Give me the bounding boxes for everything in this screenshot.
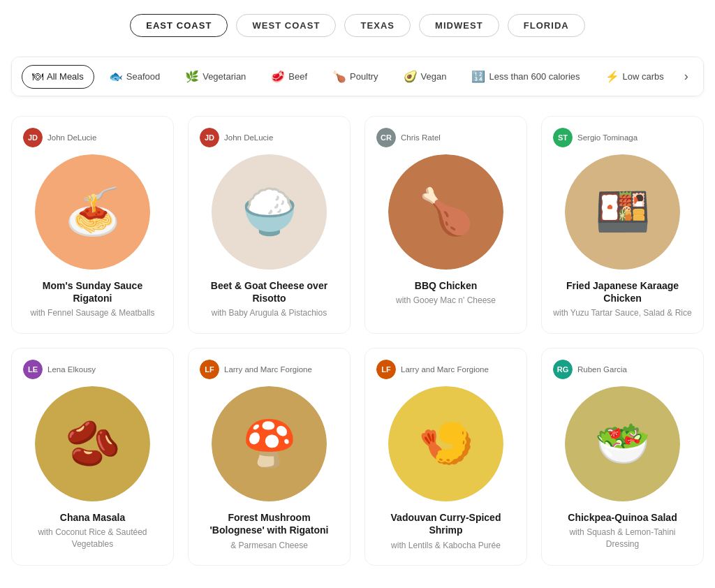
region-tab-florida[interactable]: FLORIDA: [508, 14, 585, 37]
meal-subtitle: with Fennel Sausage & Meatballs: [30, 307, 154, 319]
chef-name: Larry and Marc Forgione: [224, 365, 312, 374]
meal-card[interactable]: CRChris Ratel🍗BBQ Chickenwith Gooey Mac …: [364, 116, 527, 334]
chef-avatar-circle: LF: [376, 360, 396, 379]
meal-subtitle: with Gooey Mac n' Cheese: [396, 295, 496, 307]
meal-image: 🍱: [565, 154, 680, 270]
category-item-low-carbs[interactable]: ⚡Low carbs: [595, 64, 675, 89]
meal-card[interactable]: STSergio Tominaga🍱Fried Japanese Karaage…: [541, 116, 704, 334]
meal-title: Fried Japanese Karaage Chicken: [553, 279, 692, 304]
chef-avatar: CR: [376, 128, 396, 147]
chef-name: John DeLucie: [224, 133, 273, 142]
meal-title: Beet & Goat Cheese over Risotto: [200, 279, 339, 304]
chef-avatar: JD: [23, 128, 43, 147]
region-tab-texas[interactable]: TEXAS: [344, 14, 411, 37]
chef-avatar-circle: JD: [200, 128, 219, 147]
food-plate: 🍝: [35, 154, 150, 270]
chef-avatar-circle: CR: [376, 128, 396, 147]
meal-title: Chickpea-Quinoa Salad: [568, 511, 677, 524]
meal-title: Forest Mushroom 'Bolognese' with Rigaton…: [200, 511, 339, 536]
meal-image: 🍄: [212, 386, 327, 501]
category-label: Seafood: [126, 71, 160, 82]
meal-image: 🍚: [212, 154, 327, 270]
chef-avatar-circle: ST: [553, 128, 573, 147]
region-tab-west-coast[interactable]: WEST COAST: [236, 14, 336, 37]
chef-info: LFLarry and Marc Forgione: [200, 360, 312, 379]
category-item-poultry[interactable]: 🍗Poultry: [322, 64, 388, 89]
chef-name: Lena Elkousy: [47, 365, 96, 374]
category-label: Low carbs: [623, 71, 664, 82]
chef-info: LELena Elkousy: [23, 360, 96, 379]
chef-name: Ruben Garcia: [577, 365, 627, 374]
category-label: Vegetarian: [202, 71, 246, 82]
chef-avatar: ST: [553, 128, 573, 147]
category-label: All Meals: [47, 71, 84, 82]
chef-name: Chris Ratel: [401, 133, 441, 142]
meal-card[interactable]: RGRuben Garcia🥗Chickpea-Quinoa Saladwith…: [541, 348, 704, 566]
category-label: Poultry: [350, 71, 378, 82]
category-item-vegetarian[interactable]: 🌿Vegetarian: [175, 64, 256, 89]
chef-avatar: RG: [553, 360, 573, 379]
food-plate: 🍤: [388, 386, 503, 501]
region-tab-midwest[interactable]: MIDWEST: [419, 14, 499, 37]
meal-card[interactable]: LFLarry and Marc Forgione🍄Forest Mushroo…: [188, 348, 351, 566]
meal-subtitle: with Yuzu Tartar Sauce, Salad & Rice: [553, 307, 691, 319]
meal-card[interactable]: JDJohn DeLucie🍝Mom's Sunday Sauce Rigato…: [11, 116, 174, 334]
chef-info: LFLarry and Marc Forgione: [376, 360, 489, 379]
meal-grid: JDJohn DeLucie🍝Mom's Sunday Sauce Rigato…: [11, 116, 704, 566]
low-cal-icon: 🔢: [471, 70, 485, 83]
meal-image: 🍤: [388, 386, 503, 501]
meal-card[interactable]: LFLarry and Marc Forgione🍤Vadouvan Curry…: [364, 348, 527, 566]
meal-subtitle: with Coconut Rice & Sautéed Vegetables: [23, 527, 162, 550]
chef-info: CRChris Ratel: [376, 128, 441, 147]
chef-info: JDJohn DeLucie: [23, 128, 96, 147]
all-meals-icon: 🍽: [32, 71, 43, 83]
meal-image: 🫘: [35, 386, 150, 501]
category-item-vegan[interactable]: 🥑Vegan: [393, 64, 457, 89]
category-item-beef[interactable]: 🥩Beef: [260, 64, 318, 89]
vegetarian-icon: 🌿: [185, 70, 199, 83]
meal-image: 🍗: [388, 154, 503, 270]
chef-avatar-circle: LF: [200, 360, 219, 379]
meal-card[interactable]: LELena Elkousy🫘Chana Masalawith Coconut …: [11, 348, 174, 566]
category-label: Vegan: [421, 71, 447, 82]
chef-avatar-circle: RG: [553, 360, 573, 379]
food-plate: 🥗: [565, 386, 680, 501]
chef-name: John DeLucie: [47, 133, 96, 142]
chef-avatar-circle: JD: [23, 128, 43, 147]
meal-image: 🥗: [565, 386, 680, 501]
category-label: Less than 600 calories: [489, 71, 580, 82]
meal-subtitle: with Squash & Lemon-Tahini Dressing: [553, 527, 692, 550]
chef-name: Sergio Tominaga: [577, 133, 637, 142]
chef-avatar: JD: [200, 128, 219, 147]
poultry-icon: 🍗: [332, 70, 346, 83]
meal-title: Vadouvan Curry-Spiced Shrimp: [376, 511, 515, 536]
region-tab-east-coast[interactable]: EAST COAST: [130, 14, 228, 37]
chef-avatar: LE: [23, 360, 43, 379]
meal-image: 🍝: [35, 154, 150, 270]
chef-name: Larry and Marc Forgione: [401, 365, 489, 374]
meal-title: Mom's Sunday Sauce Rigatoni: [23, 279, 162, 304]
category-bar: 🍽All Meals🐟Seafood🌿Vegetarian🥩Beef🍗Poult…: [11, 57, 704, 96]
meal-subtitle: & Parmesan Cheese: [230, 540, 308, 552]
food-plate: 🍚: [212, 154, 327, 270]
category-item-all-meals[interactable]: 🍽All Meals: [22, 65, 94, 89]
category-item-seafood[interactable]: 🐟Seafood: [98, 64, 170, 89]
food-plate: 🍄: [212, 386, 327, 501]
chef-info: JDJohn DeLucie: [200, 128, 273, 147]
seafood-icon: 🐟: [109, 70, 123, 83]
category-item-low-cal[interactable]: 🔢Less than 600 calories: [461, 64, 590, 89]
vegan-icon: 🥑: [404, 70, 418, 83]
low-carbs-icon: ⚡: [605, 70, 619, 83]
food-plate: 🍱: [565, 154, 680, 270]
chef-info: STSergio Tominaga: [553, 128, 637, 147]
beef-icon: 🥩: [271, 70, 285, 83]
chef-avatar: LF: [200, 360, 219, 379]
meal-title: Chana Masala: [60, 511, 125, 524]
chef-info: RGRuben Garcia: [553, 360, 627, 379]
meal-subtitle: with Lentils & Kabocha Purée: [391, 540, 501, 552]
category-scroll-right-button[interactable]: ›: [679, 66, 694, 87]
meal-card[interactable]: JDJohn DeLucie🍚Beet & Goat Cheese over R…: [188, 116, 351, 334]
meal-subtitle: with Baby Arugula & Pistachios: [212, 307, 327, 319]
food-plate: 🍗: [388, 154, 503, 270]
chef-avatar: LF: [376, 360, 396, 379]
